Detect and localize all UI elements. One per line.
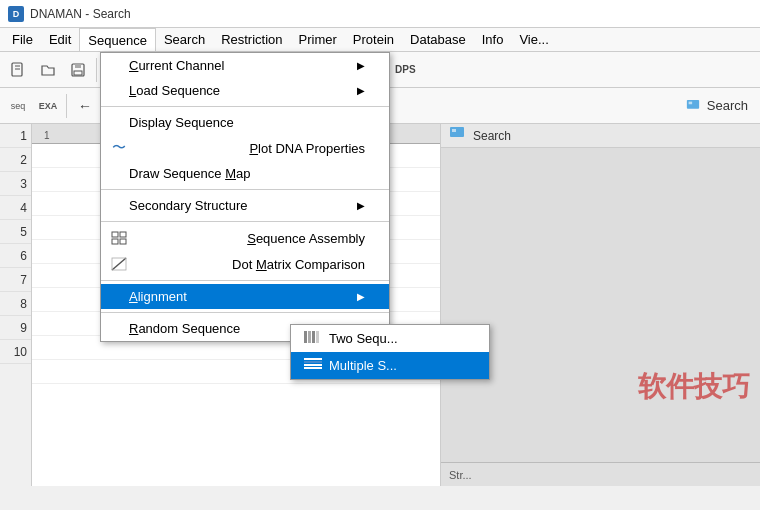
open-btn[interactable] (34, 56, 62, 84)
menu-restriction[interactable]: Restriction (213, 28, 290, 51)
sep3 (66, 94, 67, 118)
title-bar: D DNAMAN - Search (0, 0, 760, 28)
right-panel-title: Search (473, 129, 511, 143)
right-panel-status: Str... (441, 462, 760, 486)
title-bar-text: DNAMAN - Search (30, 7, 131, 21)
svg-rect-22 (120, 239, 126, 244)
row-10: 10 (0, 340, 31, 364)
menu-search[interactable]: Search (156, 28, 213, 51)
menu-bar: File Edit Sequence Search Restriction Pr… (0, 28, 760, 52)
dps-btn[interactable]: DPS (391, 56, 419, 84)
row-5: 5 (0, 220, 31, 244)
exa-btn[interactable]: EXA (34, 92, 62, 120)
row-9: 9 (0, 316, 31, 340)
right-panel-seq-icon (449, 126, 465, 145)
row-4: 4 (0, 196, 31, 220)
menu-current-channel[interactable]: Current Channel (101, 53, 389, 78)
menu-display-sequence[interactable]: Display Sequence (101, 110, 389, 135)
right-panel: Search Str... (440, 124, 760, 486)
search-panel-label: Search (707, 98, 748, 113)
app-icon: D (8, 6, 24, 22)
svg-rect-20 (120, 232, 126, 237)
menu-divider-1 (101, 106, 389, 107)
row-6: 6 (0, 244, 31, 268)
menu-info[interactable]: Info (474, 28, 512, 51)
menu-divider-4 (101, 280, 389, 281)
row-8: 8 (0, 292, 31, 316)
menu-sequence[interactable]: Sequence (79, 28, 156, 51)
menu-primer[interactable]: Primer (291, 28, 345, 51)
svg-rect-4 (75, 64, 81, 68)
menu-divider-2 (101, 189, 389, 190)
seq-row-10 (32, 360, 440, 384)
plot-dna-icon: 〜 (109, 140, 129, 156)
right-panel-header: Search (441, 124, 760, 148)
menu-plot-dna[interactable]: 〜 Plot DNA Properties (101, 135, 389, 161)
menu-protein[interactable]: Protein (345, 28, 402, 51)
svg-rect-5 (74, 71, 82, 75)
right-panel-content (441, 148, 760, 462)
sep1 (96, 58, 97, 82)
dot-matrix-icon (109, 256, 129, 272)
svg-rect-16 (688, 101, 692, 104)
menu-edit[interactable]: Edit (41, 28, 79, 51)
status-text: Str... (449, 469, 472, 481)
svg-rect-19 (112, 232, 118, 237)
svg-line-23 (112, 258, 126, 270)
menu-load-sequence[interactable]: Load Sequence (101, 78, 389, 103)
menu-divider-5 (101, 312, 389, 313)
svg-rect-18 (452, 129, 456, 132)
menu-view[interactable]: Vie... (511, 28, 556, 51)
row-numbers: 1 2 3 4 5 6 7 8 9 10 (0, 124, 32, 486)
menu-dot-matrix[interactable]: Dot Matrix Comparison (101, 251, 389, 277)
arrow-left-btn[interactable]: ← (71, 92, 99, 120)
new-btn[interactable] (4, 56, 32, 84)
search-icon-btn[interactable] (683, 96, 703, 116)
row-1: 1 (0, 124, 31, 148)
seq-num-btn[interactable]: seq (4, 92, 32, 120)
row-3: 3 (0, 172, 31, 196)
menu-random-sequence[interactable]: Random Sequence (101, 316, 389, 341)
menu-database[interactable]: Database (402, 28, 474, 51)
ruler-tick-1: 1 (44, 130, 50, 141)
menu-draw-seq-map[interactable]: Draw Sequence Map (101, 161, 389, 186)
save-btn[interactable] (64, 56, 92, 84)
menu-sequence-assembly[interactable]: Sequence Assembly (101, 225, 389, 251)
menu-file[interactable]: File (4, 28, 41, 51)
menu-secondary-structure[interactable]: Secondary Structure (101, 193, 389, 218)
watermark: 软件技巧 (638, 368, 750, 406)
menu-alignment[interactable]: Alignment (101, 284, 389, 309)
svg-rect-21 (112, 239, 118, 244)
assembly-icon (109, 230, 129, 246)
row-7: 7 (0, 268, 31, 292)
menu-divider-3 (101, 221, 389, 222)
sequence-dropdown[interactable]: Current Channel Load Sequence Display Se… (100, 52, 390, 342)
row-2: 2 (0, 148, 31, 172)
